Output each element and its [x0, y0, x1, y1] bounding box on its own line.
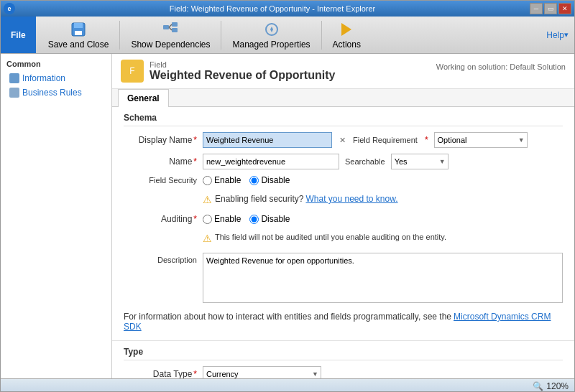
- title-bar: e Field: Weighted Revenue of Opportunity…: [1, 1, 574, 17]
- auditing-warning: ⚠ This field will not be audited until y…: [203, 230, 446, 247]
- auditing-field: Enable Disable: [203, 214, 563, 224]
- display-name-input[interactable]: [203, 132, 332, 148]
- auditing-label: Auditing*: [124, 214, 203, 224]
- field-security-warning-text: Enabling field security? What you need t…: [215, 194, 398, 204]
- field-security-radio-group: Enable Disable: [203, 175, 290, 185]
- description-field: Weighted Revenue for open opportunities.: [203, 253, 563, 303]
- svg-rect-5: [172, 28, 178, 32]
- restore-button[interactable]: ▭: [544, 3, 557, 14]
- display-name-row: Display Name* ✕ Field Requirement* Optio…: [124, 132, 563, 148]
- close-button[interactable]: ✕: [558, 3, 571, 14]
- entity-header-left: F Field Weighted Revenue of Opportunity: [121, 60, 335, 83]
- auditing-enable-radio[interactable]: [203, 215, 212, 224]
- field-security-enable-radio[interactable]: [203, 176, 212, 185]
- field-security-link[interactable]: What you need to know.: [305, 194, 397, 204]
- clear-display-name-button[interactable]: ✕: [338, 136, 347, 145]
- data-type-wrapper: Currency Text Number ▼: [203, 366, 321, 378]
- schema-title: Schema: [124, 113, 563, 126]
- show-dependencies-label: Show Dependencies: [131, 39, 210, 50]
- searchable-select[interactable]: Yes No: [391, 154, 448, 169]
- window-title: Field: Weighted Revenue of Opportunity -…: [15, 4, 530, 13]
- sidebar-item-business-rules[interactable]: Business Rules: [1, 85, 111, 100]
- sidebar-header: Common: [1, 57, 111, 71]
- form-schema: Schema Display Name* ✕ Field Requirement…: [112, 107, 574, 340]
- ribbon-buttons: Save and Close Show Dependencies Managed…: [36, 17, 373, 53]
- svg-rect-1: [74, 23, 83, 28]
- svg-marker-9: [341, 23, 351, 36]
- svg-rect-2: [75, 31, 82, 35]
- ribbon-sep-3: [321, 21, 322, 50]
- information-icon: [9, 73, 19, 83]
- field-requirement-select[interactable]: Optional Required Recommended: [434, 132, 528, 148]
- field-security-warning: ⚠ Enabling field security? What you need…: [203, 191, 398, 208]
- ie-icon: e: [4, 3, 15, 14]
- field-security-row: Field Security Enable Disable: [124, 175, 563, 185]
- tabs: General: [112, 89, 574, 107]
- save-close-button[interactable]: Save and Close: [42, 19, 116, 51]
- svg-rect-4: [172, 22, 178, 27]
- description-textarea[interactable]: Weighted Revenue for open opportunities.: [203, 253, 563, 303]
- auditing-row: Auditing* Enable Disable: [124, 214, 563, 224]
- auditing-disable[interactable]: Disable: [249, 214, 290, 224]
- warning-icon-1: ⚠: [203, 194, 212, 205]
- entity-type: Field: [150, 60, 335, 69]
- managed-properties-button[interactable]: Managed Properties: [226, 19, 316, 51]
- auditing-enable[interactable]: Enable: [203, 214, 241, 224]
- field-security-label: Field Security: [124, 176, 203, 185]
- name-row: Name* Searchable Yes No ▼: [124, 154, 563, 169]
- form-type: Type Data Type* Currency Text Number ▼: [112, 340, 574, 378]
- minimize-button[interactable]: ─: [530, 3, 543, 14]
- sidebar-item-information[interactable]: Information: [1, 71, 111, 85]
- content-area: F Field Weighted Revenue of Opportunity …: [112, 54, 574, 378]
- field-security-enable[interactable]: Enable: [203, 175, 241, 185]
- field-security-disable-radio[interactable]: [249, 176, 259, 185]
- actions-icon: [338, 21, 355, 38]
- working-on: Working on solution: Default Solution: [436, 60, 566, 71]
- description-label: Description: [124, 256, 203, 264]
- warning-icon-2: ⚠: [203, 233, 212, 244]
- name-label: Name*: [124, 157, 203, 167]
- data-type-field: Currency Text Number ▼: [203, 366, 563, 378]
- main-area: Common Information Business Rules F Fiel…: [1, 54, 574, 378]
- field-security-warning-row: ⚠ Enabling field security? What you need…: [124, 191, 563, 208]
- help-label: Help: [546, 30, 564, 40]
- sidebar-item-information-label: Information: [22, 73, 65, 83]
- zoom-level: 120%: [546, 381, 569, 391]
- field-requirement-wrapper: Optional Required Recommended ▼: [434, 132, 528, 148]
- svg-line-7: [169, 27, 172, 30]
- file-button[interactable]: File: [1, 17, 36, 53]
- field-security-disable[interactable]: Disable: [249, 175, 290, 185]
- entity-info: Field Weighted Revenue of Opportunity: [150, 60, 335, 82]
- ribbon-sep-1: [119, 21, 120, 50]
- tab-general[interactable]: General: [118, 89, 169, 107]
- display-name-field: ✕ Field Requirement* Optional Required R…: [203, 132, 563, 148]
- title-bar-controls: ─ ▭ ✕: [530, 3, 571, 14]
- title-bar-left: e: [4, 3, 15, 14]
- help-button[interactable]: Help ▾: [540, 17, 574, 53]
- show-dependencies-button[interactable]: Show Dependencies: [124, 19, 216, 51]
- entity-header: F Field Weighted Revenue of Opportunity …: [112, 54, 574, 89]
- data-type-select[interactable]: Currency Text Number: [203, 366, 321, 378]
- description-row: Description Weighted Revenue for open op…: [124, 253, 563, 303]
- status-bar: 🔍 120%: [1, 378, 574, 392]
- save-close-label: Save and Close: [48, 39, 109, 50]
- business-rules-icon: [9, 88, 19, 98]
- name-input[interactable]: [203, 154, 339, 169]
- actions-button[interactable]: Actions: [326, 19, 367, 51]
- save-close-icon: [70, 21, 87, 38]
- managed-properties-label: Managed Properties: [232, 39, 310, 50]
- auditing-radio-group: Enable Disable: [203, 214, 290, 224]
- auditing-warning-row: ⚠ This field will not be audited until y…: [124, 230, 563, 247]
- searchable-label: Searchable: [345, 157, 385, 166]
- sidebar-item-business-rules-label: Business Rules: [22, 88, 82, 98]
- auditing-disable-radio[interactable]: [249, 215, 259, 224]
- zoom-icon: 🔍: [533, 381, 543, 391]
- info-text: For information about how to interact wi…: [124, 309, 563, 335]
- name-field: Searchable Yes No ▼: [203, 154, 563, 169]
- field-security-field: Enable Disable: [203, 175, 563, 185]
- svg-rect-3: [163, 25, 169, 29]
- field-requirement-label: Field Requirement: [353, 136, 418, 144]
- entity-icon: F: [121, 60, 144, 83]
- display-name-label: Display Name*: [124, 135, 203, 145]
- auditing-warning-text: This field will not be audited until you…: [215, 233, 446, 241]
